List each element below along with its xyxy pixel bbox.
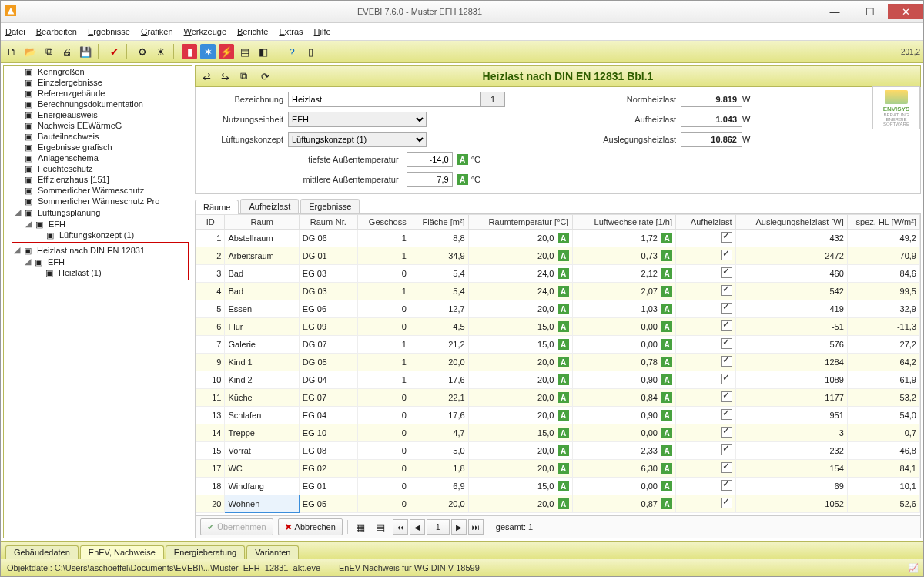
check-icon[interactable]: ✔ [106,44,122,59]
expand-icon[interactable]: ⇄ [199,69,214,84]
a-icon[interactable]: A [457,174,468,185]
close-button[interactable]: ✕ [888,4,923,19]
aufheizlast-checkbox[interactable] [721,480,732,491]
lueftungskonzept-select[interactable]: Lüftungskonzept (1) [288,132,427,147]
col-header[interactable]: Aufheizlast [676,215,736,230]
help-icon[interactable]: ? [284,44,300,59]
last-page-button[interactable]: ⏭ [468,519,484,535]
first-page-button[interactable]: ⏮ [393,519,408,535]
menu-datei[interactable]: Datei [5,27,25,36]
aufheizlast-checkbox[interactable] [721,356,732,367]
print-icon[interactable]: 🖨 [59,44,75,59]
tree-item[interactable]: ▣Bauteilnachweis [15,131,192,142]
menu-werkzeuge[interactable]: Werkzeuge [184,27,226,36]
collapse-icon[interactable]: ⇆ [217,69,233,84]
tab-räume[interactable]: Räume [195,200,239,214]
status-chart-icon[interactable]: 📈 [908,563,919,573]
save-icon[interactable]: 💾 [78,44,93,59]
a-icon[interactable]: A [457,154,468,165]
uebernehmen-button[interactable]: ✔Übernehmen [200,518,273,535]
table-row[interactable]: 10Kind 2DG 04117,620,0 A0,90 A108961,9 [196,371,920,389]
col-header[interactable]: Raumtemperatur [°C] [468,215,572,230]
fan-icon[interactable]: ✶ [200,44,216,59]
table-row[interactable]: 5EssenEG 06012,720,0 A1,03 A41932,9 [196,300,920,318]
table-row[interactable]: 7GalerieDG 07121,215,0 A0,00 A57627,2 [196,336,920,354]
col-header[interactable]: Fläche [m²] [410,215,468,230]
tree-item[interactable]: ▣Feuchteschutz [15,163,192,174]
table-row[interactable]: 20WohnenEG 05020,020,0 A0,87 A105252,6 [196,495,920,513]
tree-item[interactable]: ◢▣EFH [25,256,186,267]
aufheizlast-checkbox[interactable] [721,444,732,455]
bottom-tab[interactable]: Varianten [246,545,299,559]
tool1-icon[interactable]: ⚙ [135,44,150,59]
tree-item[interactable]: ▣Effizienzhaus [151] [15,174,192,185]
copy-icon[interactable]: ⧉ [41,44,56,59]
copy2-icon[interactable]: ⧉ [236,69,251,84]
rooms-grid[interactable]: IDRaumRaum-Nr.GeschossFläche [m²]Raumtem… [195,214,921,515]
menu-bearbeiten[interactable]: Bearbeiten [36,27,77,36]
refresh-icon[interactable]: ⟳ [257,69,273,84]
table-row[interactable]: 14TreppeEG 1004,715,0 A0,00 A30,7 [196,424,920,442]
tiefste-temp-input[interactable] [407,152,453,167]
col-header[interactable]: Raum-Nr. [299,215,357,230]
table-row[interactable]: 6FlurEG 0904,515,0 A0,00 A-51-11,3 [196,318,920,336]
minimize-button[interactable]: — [817,4,852,19]
tree-item[interactable]: ▣Anlagenschema [15,153,192,163]
navigation-tree[interactable]: ▣Kenngrößen▣Einzelergebnisse▣Referenzgeb… [3,65,192,538]
aufheizlast-checkbox[interactable] [721,250,732,260]
flash-icon[interactable]: ⚡ [219,44,234,59]
tree-item[interactable]: ▣Einzelergebnisse [15,77,192,88]
tree-item[interactable]: ▣Energieausweis [15,109,192,120]
mittlere-temp-input[interactable] [407,172,453,187]
tree-item[interactable]: ▣Lüftungskonzept (1) [36,230,192,240]
aufheizlast-checkbox[interactable] [721,320,732,331]
tab-aufheizlast[interactable]: Aufheizlast [240,199,299,213]
tree-item[interactable]: ▣Referenzgebäude [15,88,192,99]
pager[interactable]: ⏮ ◀ 1 ▶ ⏭ [393,519,484,535]
tree-item[interactable]: ▣Kenngrößen [15,66,192,77]
nutzungseinheit-select[interactable]: EFH [288,112,427,127]
tool2-icon[interactable]: ◧ [256,44,271,59]
tree-item[interactable]: ▣Sommerlicher Wärmeschutz [15,185,192,196]
sun-icon[interactable]: ☀ [153,44,169,59]
bottom-tab[interactable]: Gebäudedaten [5,545,79,559]
tab-ergebnisse[interactable]: Ergebnisse [300,199,360,213]
aufheizlast-checkbox[interactable] [721,498,732,508]
tree-item[interactable]: ◢▣Heizlast nach DIN EN 12831 [14,244,186,256]
col-header[interactable]: ID [196,215,225,230]
next-page-button[interactable]: ▶ [451,519,467,535]
open-icon[interactable]: 📂 [22,44,38,59]
table-row[interactable]: 11KücheEG 07022,120,0 A0,84 A117753,2 [196,389,920,407]
aufheizlast-checkbox[interactable] [721,267,732,278]
table-row[interactable]: 1AbstellraumDG 0618,820,0 A1,72 A43249,2 [196,230,920,247]
heat-icon[interactable]: ▮ [182,44,197,59]
menu-grafiken[interactable]: Grafiken [141,27,173,36]
aufheizlast-checkbox[interactable] [721,409,732,420]
table-row[interactable]: 2ArbeitsraumDG 01134,920,0 A0,73 A247270… [196,247,920,265]
aufheizlast-checkbox[interactable] [721,285,732,296]
aufheizlast-checkbox[interactable] [721,427,732,438]
tree-item[interactable]: ▣Sommerlicher Wärmeschutz Pro [15,196,192,206]
tree-item[interactable]: ▣Ergebnisse grafisch [15,142,192,153]
maximize-button[interactable]: ☐ [852,4,888,19]
aufheizlast-checkbox[interactable] [721,232,732,243]
page-number[interactable]: 1 [427,519,450,535]
col-header[interactable]: Luftwechselrate [1/h] [572,215,675,230]
view2-icon[interactable]: ▤ [373,519,388,535]
menu-hilfe[interactable]: Hilfe [314,27,331,36]
menu-berichte[interactable]: Berichte [237,27,268,36]
col-header[interactable]: spez. HL [W/m²] [847,215,919,230]
table-row[interactable]: 3BadEG 0305,424,0 A2,12 A46084,6 [196,265,920,283]
aufheizlast-checkbox[interactable] [721,462,732,473]
table-row[interactable]: 18WindfangEG 0106,915,0 A0,00 A6910,1 [196,478,920,495]
col-header[interactable]: Raum [225,215,299,230]
bottom-tab[interactable]: Energieberatung [166,545,245,559]
bezeichnung-input[interactable] [288,92,480,107]
calc-icon[interactable]: ▯ [303,44,318,59]
col-header[interactable]: Geschoss [357,215,410,230]
tree-item[interactable]: ▣Berechnungsdokumentation [15,99,192,109]
view1-icon[interactable]: ▦ [353,519,368,535]
table-row[interactable]: 13SchlafenEG 04017,620,0 A0,90 A95154,0 [196,407,920,424]
prev-page-button[interactable]: ◀ [410,519,425,535]
col-header[interactable]: Auslegungsheizlast [W] [735,215,847,230]
